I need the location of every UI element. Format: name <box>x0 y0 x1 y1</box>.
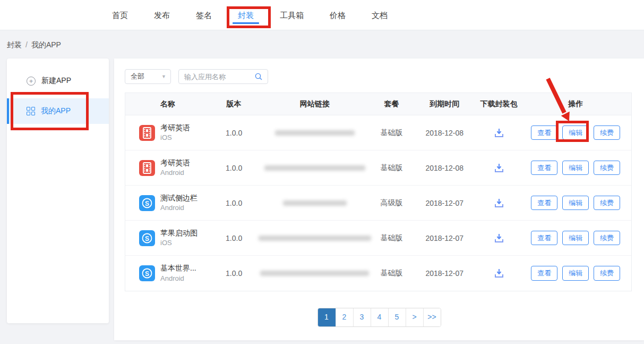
app-platform: Android <box>160 274 196 283</box>
edit-button[interactable]: 编辑 <box>562 125 589 140</box>
table-row: S 基本世界...Android 1.0.0 基础版 2018-12-07 查看… <box>125 256 631 291</box>
download-icon[interactable] <box>493 232 505 244</box>
search-icon[interactable] <box>254 72 263 81</box>
col-header-url: 网站链接 <box>257 99 372 109</box>
nav-item-toolbox[interactable]: 工具箱 <box>280 0 304 30</box>
sidebar-item-new-app[interactable]: 新建APP <box>7 70 109 91</box>
view-button[interactable]: 查看 <box>531 196 557 211</box>
edit-button[interactable]: 编辑 <box>562 161 589 175</box>
view-button[interactable]: 查看 <box>531 125 557 140</box>
breadcrumb-separator: / <box>25 40 28 49</box>
blurred-url <box>283 200 347 206</box>
pagination: 1 2 3 4 5 > >> <box>114 308 644 327</box>
nav-item-sign[interactable]: 签名 <box>196 0 212 30</box>
app-version: 1.0.0 <box>210 129 258 137</box>
top-bar: 首页 发布 签名 封装 工具箱 价格 文档 <box>0 0 644 30</box>
renew-button[interactable]: 续费 <box>594 161 620 175</box>
app-plan: 基础版 <box>372 128 411 138</box>
table-row: S 苹果启动图iOS 1.0.0 基础版 2018-12-07 查看 编辑 续费 <box>125 221 631 256</box>
my-app-label: 我的APP <box>41 106 71 116</box>
breadcrumb-section[interactable]: 封装 <box>7 40 22 49</box>
edit-button[interactable]: 编辑 <box>562 231 589 246</box>
view-button[interactable]: 查看 <box>531 161 557 175</box>
app-platform: iOS <box>160 239 198 247</box>
table-header: 名称 版本 网站链接 套餐 到期时间 下载封装包 操作 <box>125 93 631 115</box>
download-icon[interactable] <box>493 267 505 279</box>
s-app-icon: S <box>139 230 155 246</box>
blurred-url <box>259 236 371 241</box>
plus-circle-icon <box>27 77 36 86</box>
view-button[interactable]: 查看 <box>531 266 557 281</box>
download-icon[interactable] <box>493 127 505 139</box>
film-app-icon <box>139 160 155 176</box>
app-version: 1.0.0 <box>210 164 258 172</box>
col-header-name: 名称 <box>125 99 210 109</box>
chevron-down-icon <box>161 74 166 79</box>
svg-text:S: S <box>145 234 149 242</box>
s-app-icon: S <box>139 195 155 211</box>
s-app-icon: S <box>139 265 155 281</box>
filter-toolbar: 全部 <box>114 58 644 84</box>
view-button[interactable]: 查看 <box>531 231 557 246</box>
new-app-label: 新建APP <box>41 76 71 86</box>
nav-item-docs[interactable]: 文档 <box>372 0 388 30</box>
svg-text:S: S <box>145 270 149 278</box>
breadcrumb-current: 我的APP <box>31 40 61 49</box>
app-platform: iOS <box>160 133 190 142</box>
nav-item-price[interactable]: 价格 <box>330 0 346 30</box>
svg-text:S: S <box>145 199 149 207</box>
app-expiry: 2018-12-08 <box>411 129 478 137</box>
app-expiry: 2018-12-07 <box>411 199 478 207</box>
nav-item-package[interactable]: 封装 <box>238 0 254 30</box>
app-name: 考研英语 <box>160 158 190 168</box>
breadcrumb: 封装/我的APP <box>7 40 61 50</box>
app-plan: 基础版 <box>372 233 411 243</box>
renew-button[interactable]: 续费 <box>594 196 620 211</box>
download-icon[interactable] <box>493 162 505 174</box>
page-1[interactable]: 1 <box>318 308 336 326</box>
renew-button[interactable]: 续费 <box>594 125 620 140</box>
app-version: 1.0.0 <box>210 234 258 242</box>
nav-item-home[interactable]: 首页 <box>112 0 128 30</box>
page-4[interactable]: 4 <box>371 308 388 326</box>
search-box <box>178 69 268 84</box>
col-header-plan: 套餐 <box>372 99 411 109</box>
edit-button[interactable]: 编辑 <box>562 266 589 281</box>
search-input[interactable] <box>180 73 254 81</box>
page-5[interactable]: 5 <box>388 308 406 326</box>
page-last[interactable]: >> <box>423 308 441 326</box>
renew-button[interactable]: 续费 <box>594 266 620 281</box>
download-icon[interactable] <box>493 197 505 209</box>
film-app-icon <box>139 125 155 141</box>
app-platform: Android <box>160 204 198 212</box>
app-version: 1.0.0 <box>210 199 258 207</box>
col-header-download: 下载封装包 <box>478 99 520 109</box>
renew-button[interactable]: 续费 <box>594 231 620 246</box>
blurred-url <box>260 271 369 276</box>
app-expiry: 2018-12-08 <box>411 164 478 172</box>
app-plan: 基础版 <box>372 269 411 278</box>
col-header-expiry: 到期时间 <box>411 99 478 109</box>
sidebar: 新建APP 我的APP <box>7 58 109 323</box>
app-name: 苹果启动图 <box>160 229 198 238</box>
nav-item-publish[interactable]: 发布 <box>154 0 170 30</box>
table-row: 考研英语Android 1.0.0 基础版 2018-12-08 查看 编辑 续… <box>125 150 631 186</box>
sidebar-item-my-app[interactable]: 我的APP <box>7 98 109 124</box>
app-name: 测试侧边栏 <box>160 194 198 203</box>
app-expiry: 2018-12-07 <box>411 269 478 278</box>
table-row: S 测试侧边栏Android 1.0.0 高级版 2018-12-07 查看 编… <box>125 186 631 221</box>
app-plan: 基础版 <box>372 163 411 173</box>
app-expiry: 2018-12-07 <box>411 234 478 242</box>
page-2[interactable]: 2 <box>336 308 353 326</box>
apps-table: 名称 版本 网站链接 套餐 到期时间 下载封装包 操作 考研英语iOS 1.0.… <box>125 93 632 291</box>
page-next[interactable]: > <box>406 308 423 326</box>
filter-dropdown[interactable]: 全部 <box>125 69 171 84</box>
main-panel: 全部 名称 版本 网站链接 套餐 到期时间 下载封装包 操作 <box>114 58 644 340</box>
blurred-url <box>264 165 365 171</box>
app-platform: Android <box>160 169 190 177</box>
app-name: 基本世界... <box>160 264 196 273</box>
app-version: 1.0.0 <box>210 269 258 278</box>
page-3[interactable]: 3 <box>353 308 371 326</box>
edit-button[interactable]: 编辑 <box>562 196 589 211</box>
col-header-version: 版本 <box>210 99 258 109</box>
